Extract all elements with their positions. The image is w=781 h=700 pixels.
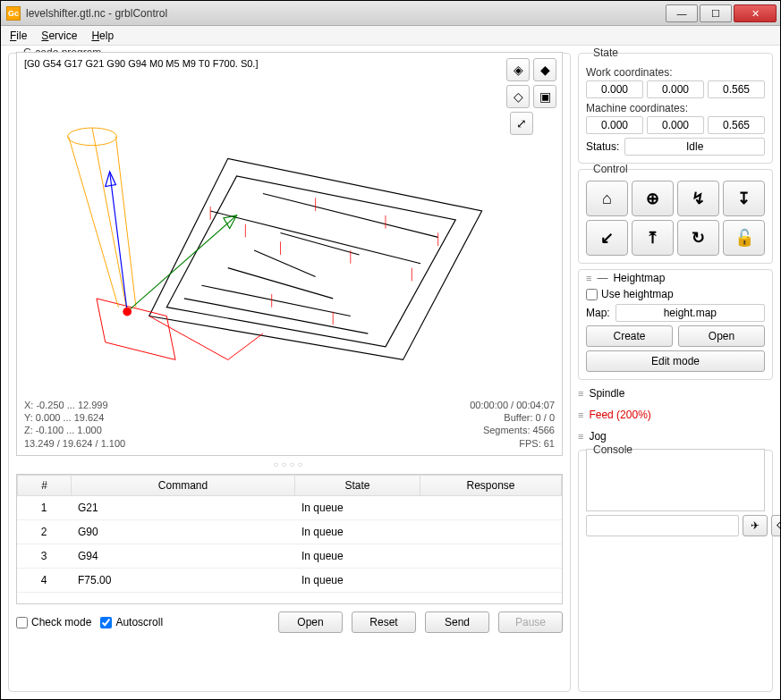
table-row[interactable]: 3G94In queue	[17, 544, 562, 569]
zero-xy-button[interactable]: ↯	[677, 181, 719, 216]
autoscroll-checkbox[interactable]: Autoscroll	[100, 616, 163, 628]
map-file-input[interactable]: height.map	[615, 304, 765, 322]
reset-grbl-button[interactable]: ↻	[677, 220, 719, 256]
window-title: levelshifter.gtl.nc - grblControl	[26, 7, 666, 20]
heightmap-edit-button[interactable]: Edit mode	[586, 350, 765, 372]
safe-z-button[interactable]: ⤒	[632, 220, 674, 256]
use-heightmap-checkbox[interactable]: Use heightmap	[586, 288, 765, 300]
menu-file[interactable]: File	[10, 30, 27, 42]
svg-line-4	[115, 137, 136, 308]
console-output[interactable]	[586, 449, 765, 511]
heightmap-create-button[interactable]: Create	[586, 325, 673, 347]
view-top-icon[interactable]: ◇	[506, 85, 530, 108]
minimize-button[interactable]	[666, 4, 698, 22]
feed-section[interactable]: Feed (200%)	[578, 409, 773, 421]
reset-button[interactable]: Reset	[352, 611, 416, 633]
menubar: File Service Help	[1, 26, 780, 46]
unlock-button[interactable]: 🔓	[723, 220, 765, 256]
svg-marker-1	[97, 299, 175, 360]
table-row[interactable]: 1G21In queue	[17, 496, 562, 520]
svg-line-3	[69, 137, 119, 308]
table-row[interactable]: 4F75.00In queue	[17, 569, 562, 593]
svg-line-6	[110, 172, 128, 312]
machine-coords-label: Machine coordinates:	[586, 102, 765, 114]
svg-point-2	[68, 128, 117, 146]
status-value: Idle	[624, 138, 765, 156]
col-command[interactable]: Command	[72, 476, 295, 496]
zero-z-button[interactable]: ↧	[723, 181, 765, 216]
view-iso-light-icon[interactable]: ◈	[506, 58, 530, 81]
gcode-table[interactable]: # Command State Response 1G21In queue2G9…	[16, 474, 563, 604]
zero-search-button[interactable]: ⊕	[632, 181, 674, 216]
open-button[interactable]: Open	[278, 611, 343, 633]
gcode-viewport[interactable]: [G0 G54 G17 G21 G90 G94 M0 M5 M9 T0 F700…	[16, 52, 563, 456]
table-row[interactable]: 2G90In queue	[17, 520, 562, 544]
viewport-stats-br: 00:00:00 / 00:04:07 Buffer: 0 / 0 Segmen…	[470, 399, 555, 450]
console-send-button[interactable]: ✈	[743, 515, 768, 536]
machine-x: 0.000	[586, 116, 643, 134]
view-front-icon[interactable]: ▣	[533, 85, 556, 108]
console-clear-button[interactable]: ⌫	[771, 515, 780, 536]
menu-help[interactable]: Help	[91, 30, 114, 42]
svg-line-5	[92, 128, 127, 312]
col-response[interactable]: Response	[420, 476, 562, 496]
viewport-stats-bl: X: -0.250 ... 12.999 Y: 0.000 ... 19.624…	[24, 399, 125, 450]
view-fit-icon[interactable]: ⤢	[510, 112, 533, 135]
check-mode-checkbox[interactable]: Check mode	[16, 616, 91, 628]
splitter-handle[interactable]: ○○○○	[16, 460, 563, 470]
col-state[interactable]: State	[295, 476, 420, 496]
svg-marker-0	[149, 158, 482, 359]
view-iso-dark-icon[interactable]: ◆	[533, 58, 556, 81]
close-button[interactable]	[734, 4, 777, 22]
app-icon: Gc	[6, 6, 21, 21]
send-button[interactable]: Send	[425, 611, 489, 633]
menu-service[interactable]: Service	[41, 30, 77, 42]
work-x: 0.000	[586, 80, 643, 98]
toolpath-preview	[53, 89, 508, 386]
pause-button[interactable]: Pause	[498, 611, 563, 633]
svg-line-8	[127, 215, 236, 312]
work-coords-label: Work coordinates:	[586, 66, 765, 79]
machine-z: 0.565	[708, 116, 765, 134]
titlebar[interactable]: Gc levelshifter.gtl.nc - grblControl	[1, 1, 780, 26]
spindle-section[interactable]: Spindle	[578, 387, 773, 400]
maximize-button[interactable]	[700, 4, 732, 22]
home-button[interactable]: ⌂	[586, 181, 628, 216]
work-y: 0.000	[647, 80, 704, 98]
machine-y: 0.000	[647, 116, 704, 134]
map-label: Map:	[586, 307, 610, 319]
console-input[interactable]	[586, 515, 739, 536]
heightmap-title[interactable]: Heightmap	[613, 272, 665, 284]
gcode-header-line: [G0 G54 G17 G21 G90 G94 M0 M5 M9 T0 F700…	[24, 58, 258, 69]
restore-origin-button[interactable]: ↙	[586, 220, 628, 256]
status-label: Status:	[586, 140, 619, 153]
svg-point-10	[123, 308, 132, 316]
work-z: 0.565	[708, 80, 765, 98]
col-num[interactable]: #	[18, 476, 72, 496]
heightmap-open-button[interactable]: Open	[678, 325, 765, 347]
jog-section[interactable]: Jog	[578, 430, 773, 443]
